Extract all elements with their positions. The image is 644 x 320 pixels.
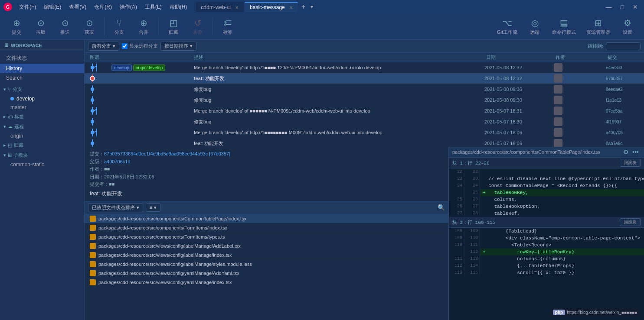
- diff-panel: packages/cdd-resource/src/components/Com…: [449, 147, 644, 320]
- branch-item-develop[interactable]: develop: [0, 94, 84, 103]
- close-button[interactable]: ✕: [630, 3, 641, 10]
- file-item-2[interactable]: packages/cdd-resource/src/components/For…: [85, 233, 448, 242]
- file-sort-dropdown[interactable]: 已依照文件状态排序 ▾: [88, 203, 143, 212]
- toolbar-right-icon-1: ◎: [531, 18, 539, 28]
- rollback-button[interactable]: 回滚块: [620, 159, 641, 167]
- svg-point-11: [91, 109, 94, 113]
- maximize-button[interactable]: □: [618, 3, 627, 10]
- commit-row-2[interactable]: 修复bug2021-05-08 09:360eedae2: [85, 84, 644, 95]
- window-controls[interactable]: — □ ✕: [603, 3, 641, 10]
- menu-item-编辑E[interactable]: 编辑(E): [40, 3, 65, 12]
- file-item-3[interactable]: packages/cdd-resource/src/views/config/l…: [85, 242, 448, 251]
- sidebar-nav-item-Search[interactable]: Search: [0, 73, 84, 83]
- commit-row-7[interactable]: feat: 功能开发2021-05-07 18:060ab7e6c: [85, 138, 644, 147]
- file-view-toggle[interactable]: ≡ ▾: [146, 204, 160, 212]
- toolbar-right-icon-4: ⚙: [624, 18, 631, 28]
- toolbar-right-btn-设置[interactable]: ⚙设置: [616, 16, 639, 37]
- diff-more-button[interactable]: •••: [631, 149, 641, 155]
- tab-1[interactable]: basic-message✕: [245, 2, 298, 12]
- commit-desc-5: 修复bug: [192, 119, 484, 125]
- tab-close-1[interactable]: ✕: [289, 5, 293, 10]
- diff-file-path: packages/cdd-resource/src/components/Com…: [452, 149, 621, 155]
- toolbar-right-label-1: 远端: [530, 29, 539, 36]
- author-avatar-5: [554, 117, 562, 126]
- tab-add-button[interactable]: +: [299, 3, 308, 11]
- sidebar-section-贮藏[interactable]: ▸◰贮藏: [0, 140, 84, 150]
- branch-item-master[interactable]: master: [0, 103, 84, 112]
- diff-settings-button[interactable]: ⚙: [623, 149, 629, 155]
- file-icon-4: [90, 252, 96, 258]
- toolbar-btn-拉取[interactable]: ⊙拉取: [29, 16, 52, 37]
- diff-block-块 2：行 109-115: 块 2：行 109-115回滚块108109 {TableHead}109110…: [449, 217, 644, 276]
- toolbar-right-btn-命令行模式[interactable]: ▤命令行模式: [548, 16, 580, 37]
- sidebar-nav-item-History[interactable]: History: [0, 64, 84, 73]
- parent-link[interactable]: a400706c1d: [104, 159, 131, 164]
- toolbar-btn-贮藏[interactable]: ◰贮藏: [162, 16, 185, 37]
- commit-author-1: [554, 74, 606, 83]
- rollback-button[interactable]: 回滚块: [620, 218, 641, 226]
- commit-row-1[interactable]: feat: 功能开发2021-05-08 12:3267b0357: [85, 73, 644, 84]
- commit-row-6[interactable]: Merge branch 'develop' of http://1■■■■■■…: [85, 127, 644, 138]
- file-item-0[interactable]: packages/cdd-resource/src/components/Com…: [85, 214, 448, 223]
- main-layout: ⊞ WORKSPACE 文件状态HistorySearch ▾⑂分支develo…: [0, 40, 644, 320]
- toolbar-right-btn-Git工作流[interactable]: ⌥Git工作流: [493, 16, 522, 37]
- tab-0[interactable]: cddm-web-ui✕: [196, 2, 244, 12]
- toolbar-btn-分支[interactable]: ⑂分支: [108, 16, 131, 37]
- sidebar-nav-item-文件状态[interactable]: 文件状态: [0, 53, 84, 64]
- menu-item-查看V[interactable]: 查看(V): [65, 3, 90, 12]
- goto-input[interactable]: [606, 42, 641, 50]
- toolbar-right-btn-资源管理器[interactable]: ⊞资源管理器: [582, 16, 615, 37]
- menu-bar[interactable]: 文件(F)编辑(E)查看(V)仓库(R)操作(A)工具(L)帮助(H): [16, 3, 190, 12]
- file-item-5[interactable]: packages/cdd-resource/src/views/config/l…: [85, 260, 448, 269]
- sort-dropdown[interactable]: 按日期排序 ▾: [160, 42, 196, 51]
- minimize-button[interactable]: —: [603, 3, 615, 10]
- commit-row-3[interactable]: 修复bug2021-05-08 09:30f1e1e13: [85, 95, 644, 106]
- toolbar-label-3: 获取: [85, 29, 94, 36]
- toolbar-btn-推送[interactable]: ⊙推送: [54, 16, 76, 37]
- file-item-7[interactable]: packages/cdd-resource/src/views/config/y…: [85, 278, 448, 287]
- watermark: phphttps://blog.csdn.net/weixin_■■■■■■: [549, 308, 641, 317]
- menu-item-工具L[interactable]: 工具(L): [141, 3, 165, 12]
- toolbar-label-6: 贮藏: [169, 29, 178, 36]
- tab-close-0[interactable]: ✕: [235, 5, 239, 10]
- workspace-header: ⊞ WORKSPACE: [0, 40, 84, 51]
- sidebar-section-子模块[interactable]: ▾⊞子模块: [0, 150, 84, 160]
- branch-filter-dropdown[interactable]: 所有分支 ▾: [88, 42, 119, 51]
- tab-dropdown-button[interactable]: ▾: [309, 4, 315, 10]
- commit-list: developorigin/developMerge branch 'devel…: [85, 62, 644, 147]
- commit-row-0[interactable]: developorigin/developMerge branch 'devel…: [85, 62, 644, 73]
- show-remote-checkbox[interactable]: 显示远程分支: [122, 43, 158, 49]
- file-search-icon[interactable]: 🔍: [438, 204, 445, 211]
- author-avatar-2: [554, 85, 562, 94]
- file-item-6[interactable]: packages/cdd-resource/src/views/config/y…: [85, 269, 448, 278]
- menu-item-帮助H[interactable]: 帮助(H): [166, 3, 191, 12]
- sidebar-section-远程[interactable]: ▾☁远程: [0, 122, 84, 132]
- file-item-1[interactable]: packages/cdd-resource/src/components/For…: [85, 223, 448, 233]
- toolbar-btn-提交[interactable]: ⊕提交: [5, 16, 28, 37]
- commit-row-4[interactable]: Merge branch 'develop' of ■■■■■■ N-PM009…: [85, 106, 644, 116]
- toolbar-right-btn-远端[interactable]: ◎远端: [523, 16, 546, 37]
- branch-item-common-static[interactable]: common-static: [0, 160, 84, 169]
- toolbar-btn-获取[interactable]: ⊙获取: [78, 16, 101, 37]
- diff-content-area: 块 1：行 22-28回滚块22222323 // eslint-disable…: [449, 158, 644, 320]
- app-logo: G: [3, 3, 12, 11]
- commit-area: 所有分支 ▾ 显示远程分支 按日期排序 ▾ 跳转到: 图谱 描述 日期 作者: [85, 40, 644, 147]
- sidebar-section-分支[interactable]: ▾⑂分支: [0, 84, 84, 94]
- commit-graph-4: [88, 107, 192, 115]
- menu-item-操作A[interactable]: 操作(A): [116, 3, 141, 12]
- line-num-new-6: 115: [464, 269, 480, 276]
- show-remote-input[interactable]: [122, 43, 127, 49]
- detail-commit-id: 提交：67b035733694d0ec1f4c9bd5d9aa098ec944a…: [90, 150, 443, 158]
- commit-desc-2: 修复bug: [192, 86, 484, 93]
- branch-item-origin[interactable]: origin: [0, 132, 84, 140]
- commit-row-5[interactable]: 修复bug2021-05-07 18:304f19907: [85, 116, 644, 127]
- toolbar-btn-合并[interactable]: ⊕合并: [132, 16, 155, 37]
- line-num-new-1: 23: [464, 175, 480, 182]
- file-item-4[interactable]: packages/cdd-resource/src/views/config/l…: [85, 251, 448, 260]
- line-num-new-4: 26: [464, 196, 480, 203]
- toolbar-btn-标签[interactable]: 🏷标签: [216, 16, 239, 37]
- menu-item-仓库R[interactable]: 仓库(R): [91, 3, 115, 12]
- sidebar-section-标签[interactable]: ▸🏷标签: [0, 112, 84, 122]
- menu-item-文件F[interactable]: 文件(F): [16, 3, 39, 12]
- file-icon-0: [90, 216, 96, 222]
